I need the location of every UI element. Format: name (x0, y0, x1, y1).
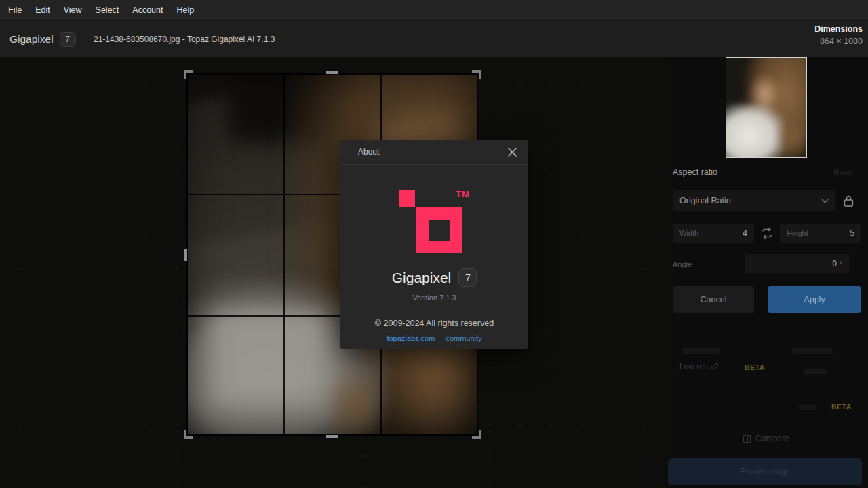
width-value: 4 (743, 228, 747, 238)
app-logo: Gigapixel 7 (9, 21, 76, 58)
document-title: 21-1438-683508670.jpg - Topaz Gigapixel … (94, 21, 275, 58)
menu-edit[interactable]: Edit (35, 5, 50, 15)
cancel-button[interactable]: Cancel (673, 286, 754, 313)
menu-bar: File Edit View Select Account Help (0, 0, 868, 20)
width-label: Width (679, 229, 743, 237)
swap-dimensions-button[interactable] (760, 226, 774, 240)
model-value: Low res v2 (679, 362, 719, 371)
width-field[interactable]: Width 4 (673, 224, 754, 243)
angle-field[interactable]: 0 ° (745, 254, 849, 273)
logo-large-square (416, 207, 462, 253)
crop-handle-bottom-right[interactable] (472, 430, 481, 439)
export-button: Export image (668, 458, 862, 485)
angle-unit: ° (840, 260, 842, 268)
close-icon (507, 147, 517, 157)
app-version-badge: 7 (60, 32, 76, 47)
aspect-ratio-value: Original Ratio (679, 196, 821, 205)
apply-button[interactable]: Apply (768, 286, 861, 313)
aspect-ratio-title: Aspect ratio (673, 167, 717, 177)
height-label: Height (787, 229, 850, 237)
about-dialog-title: About (358, 147, 505, 157)
app-name: Gigapixel (9, 33, 54, 45)
about-links: topazlabs.com community (340, 334, 528, 342)
right-panel: Aspect ratio Reset Original Ratio Width … (665, 57, 868, 488)
dimensions-value: 864 × 1080 (814, 37, 863, 46)
swap-icon (761, 228, 773, 239)
about-version-badge: 7 (458, 268, 477, 287)
crop-handle-top[interactable] (326, 71, 338, 74)
image-canvas (0, 57, 665, 488)
navigator-thumbnail[interactable] (726, 57, 807, 158)
menu-view[interactable]: View (64, 5, 82, 15)
height-value: 5 (850, 228, 854, 238)
beta-badge: BETA (745, 363, 765, 371)
about-dialog: About TM Gigapixel 7 Version 7.1.3 © 200… (340, 140, 528, 349)
menu-file[interactable]: File (8, 5, 22, 15)
crop-handle-bottom-left[interactable] (184, 430, 193, 439)
compare-icon (743, 435, 751, 443)
crop-handle-left[interactable] (184, 249, 187, 261)
about-dialog-header: About (340, 140, 528, 165)
height-field[interactable]: Height 5 (780, 224, 861, 243)
logo-small-square (399, 190, 415, 207)
menu-account[interactable]: Account (132, 5, 163, 15)
reset-button: Reset (833, 168, 853, 176)
compare-label: Compare (755, 434, 789, 443)
community-link[interactable]: community (446, 334, 481, 342)
menu-select[interactable]: Select (96, 5, 119, 15)
about-app-row: Gigapixel 7 (340, 268, 528, 287)
chevron-down-icon (821, 199, 829, 203)
menu-help[interactable]: Help (177, 5, 195, 15)
dimensions-label: Dimensions (814, 24, 863, 34)
crop-handle-bottom[interactable] (326, 435, 338, 438)
lock-icon (843, 195, 854, 207)
dimensions-readout: Dimensions 864 × 1080 (814, 24, 863, 46)
trademark-label: TM (456, 189, 470, 199)
crop-grid-line (283, 75, 285, 434)
beta-badge: BETA (831, 403, 852, 411)
lock-ratio-button[interactable] (841, 193, 856, 208)
angle-value: 0 (832, 259, 837, 268)
topazlabs-link[interactable]: topazlabs.com (387, 334, 435, 342)
angle-label: Angle (673, 260, 692, 268)
disabled-value-bar (804, 369, 827, 374)
disabled-label-bar (682, 348, 720, 354)
title-bar: Gigapixel 7 21-1438-683508670.jpg - Topa… (0, 20, 868, 57)
compare-button: Compare (665, 434, 868, 443)
export-label: Export image (740, 467, 790, 476)
crop-handle-top-right[interactable] (472, 70, 481, 79)
about-version-text: Version 7.1.3 (340, 293, 528, 302)
aspect-ratio-dropdown[interactable]: Original Ratio (673, 190, 835, 211)
topaz-logo: TM (399, 190, 473, 258)
disabled-label-bar (792, 348, 833, 354)
app-window: File Edit View Select Account Help ✕ Gig… (0, 0, 868, 488)
about-app-name: Gigapixel (392, 270, 452, 286)
disabled-value-bar (799, 405, 816, 410)
crop-handle-top-left[interactable] (184, 70, 193, 79)
about-copyright: © 2009-2024 All rights reserved (340, 319, 528, 328)
about-close-button[interactable] (505, 145, 519, 159)
